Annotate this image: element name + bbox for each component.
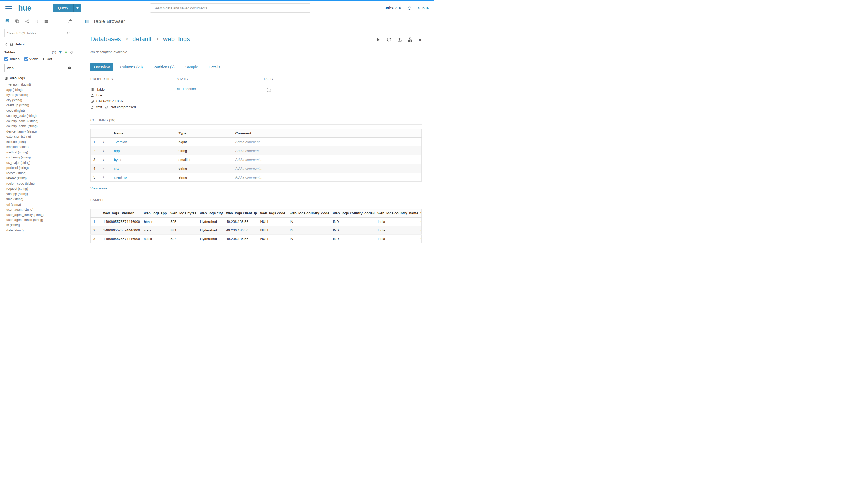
- tab[interactable]: Overview: [90, 63, 113, 71]
- sample-table-header-cell[interactable]: web_logs.country_code: [287, 209, 330, 218]
- close-icon[interactable]: ×: [419, 37, 422, 42]
- sample-table-header-cell[interactable]: [91, 209, 101, 218]
- sample-table-header-cell[interactable]: web_logs.code: [258, 209, 287, 218]
- sample-table-header-cell[interactable]: web_logs._version_: [101, 209, 141, 218]
- view-more-link[interactable]: View more...: [90, 186, 110, 190]
- global-search-input[interactable]: [150, 3, 311, 13]
- column-list-item[interactable]: os_family (string): [6, 155, 74, 160]
- tab[interactable]: Partitions (2): [149, 63, 178, 71]
- columns-table-header-cell[interactable]: [101, 129, 111, 138]
- tab[interactable]: Sample: [182, 63, 202, 71]
- column-list-item[interactable]: region_code (bigint): [6, 181, 74, 187]
- current-database-name[interactable]: default: [15, 42, 26, 46]
- column-list-item[interactable]: time (string): [6, 197, 74, 202]
- table-list-item[interactable]: web_logs: [0, 74, 78, 81]
- zoom-icon[interactable]: [34, 19, 39, 24]
- jobs-link[interactable]: Jobs 2: [385, 6, 402, 10]
- sample-table-header-cell[interactable]: w: [418, 209, 422, 218]
- column-list-item[interactable]: date (string): [6, 228, 74, 233]
- hue-logo[interactable]: hue: [18, 4, 31, 13]
- sample-table-header-cell[interactable]: web_logs.bytes: [168, 209, 198, 218]
- info-icon[interactable]: i: [104, 157, 105, 162]
- upload-icon[interactable]: [397, 37, 402, 42]
- column-list-item[interactable]: id (string): [6, 223, 74, 228]
- sample-table-header-cell[interactable]: web_logs.city: [198, 209, 224, 218]
- column-comment[interactable]: Add a comment...: [233, 173, 422, 182]
- hamburger-menu-icon[interactable]: [5, 6, 12, 11]
- column-list-item[interactable]: method (string): [6, 150, 74, 155]
- column-list-item[interactable]: city (string): [6, 98, 74, 103]
- column-list-item[interactable]: user_agent (string): [6, 207, 74, 213]
- column-list-item[interactable]: url (string): [6, 202, 74, 207]
- sample-table-header-cell[interactable]: web_logs.country_code3: [330, 209, 375, 218]
- column-comment[interactable]: Add a comment...: [233, 155, 422, 164]
- info-icon[interactable]: i: [104, 175, 105, 179]
- column-name-link[interactable]: bytes: [114, 158, 122, 162]
- column-list-item[interactable]: longitude (float): [6, 144, 74, 150]
- breadcrumb-link[interactable]: web_logs: [163, 35, 190, 43]
- back-chevron-icon[interactable]: [4, 43, 8, 46]
- breadcrumb-link[interactable]: Databases: [90, 35, 121, 43]
- sample-table-header-cell[interactable]: web_logs.client_ip: [224, 209, 258, 218]
- table-description[interactable]: No description available: [90, 50, 422, 54]
- column-list-item[interactable]: country_code3 (string): [6, 119, 74, 124]
- column-list-item[interactable]: record (string): [6, 171, 74, 176]
- column-list-item[interactable]: app (string): [6, 88, 74, 93]
- column-list-item[interactable]: os_major (string): [6, 160, 74, 166]
- column-list-item[interactable]: request (string): [6, 186, 74, 191]
- tables-checkbox[interactable]: [4, 57, 8, 61]
- column-name-link[interactable]: city: [114, 167, 120, 170]
- share-icon[interactable]: [25, 19, 29, 24]
- column-list-item[interactable]: latitude (float): [6, 140, 74, 145]
- breadcrumb-link[interactable]: default: [132, 35, 152, 43]
- table-filter-input[interactable]: [4, 64, 74, 72]
- query-button[interactable]: Query: [53, 4, 74, 12]
- sql-databases-icon[interactable]: [5, 19, 10, 24]
- user-menu[interactable]: hue: [417, 6, 428, 10]
- column-list-item[interactable]: user_agent_major (string): [6, 218, 74, 223]
- column-list-item[interactable]: country_code (string): [6, 113, 74, 119]
- execute-play-icon[interactable]: [376, 37, 381, 42]
- basket-icon[interactable]: [68, 19, 73, 24]
- columns-table-header-cell[interactable]: Name: [111, 129, 176, 138]
- add-icon[interactable]: +: [65, 50, 67, 55]
- sitemap-icon[interactable]: [408, 37, 413, 42]
- column-name-link[interactable]: app: [114, 149, 120, 153]
- column-name-link[interactable]: client_ip: [114, 175, 127, 179]
- sample-table-header-cell[interactable]: web_logs.app: [141, 209, 168, 218]
- location-link[interactable]: Location: [183, 87, 196, 91]
- column-list-item[interactable]: device_family (string): [6, 129, 74, 135]
- sort-control[interactable]: Sort: [42, 57, 52, 61]
- column-list-item[interactable]: code (tinyint): [6, 108, 74, 113]
- tab[interactable]: Columns (29): [116, 63, 146, 71]
- column-comment[interactable]: Add a comment...: [233, 164, 422, 173]
- documents-icon[interactable]: [15, 19, 19, 24]
- table-search-input[interactable]: [4, 29, 64, 37]
- column-list-item[interactable]: _version_ (bigint): [6, 82, 74, 88]
- column-comment[interactable]: Add a comment...: [233, 146, 422, 155]
- history-icon[interactable]: [407, 6, 412, 11]
- tab[interactable]: Details: [205, 63, 224, 71]
- refresh-tables-icon[interactable]: [70, 50, 74, 54]
- column-list-item[interactable]: extension (string): [6, 134, 74, 140]
- columns-table-header-cell[interactable]: Type: [176, 129, 233, 138]
- info-icon[interactable]: i: [104, 140, 105, 144]
- refresh-icon[interactable]: [386, 37, 391, 42]
- sample-table-header-cell[interactable]: web_logs.country_name: [375, 209, 418, 218]
- info-icon[interactable]: i: [104, 149, 105, 153]
- clear-filter-icon[interactable]: [67, 66, 71, 70]
- column-list-item[interactable]: country_name (string): [6, 124, 74, 129]
- filter-funnel-icon[interactable]: [59, 50, 62, 54]
- column-list-item[interactable]: bytes (smallint): [6, 92, 74, 98]
- column-list-item[interactable]: user_agent_family (string): [6, 213, 74, 218]
- column-list-item[interactable]: referer (string): [6, 176, 74, 181]
- table-search-button[interactable]: [64, 29, 74, 37]
- info-icon[interactable]: i: [104, 166, 105, 170]
- column-list-item[interactable]: protocol (string): [6, 166, 74, 171]
- column-list-item[interactable]: client_ip (string): [6, 103, 74, 108]
- column-comment[interactable]: Add a comment...: [233, 138, 422, 146]
- query-dropdown-button[interactable]: [74, 4, 81, 12]
- columns-table-header-cell[interactable]: Comment: [233, 129, 422, 138]
- columns-table-header-cell[interactable]: [91, 129, 101, 138]
- apps-grid-icon[interactable]: [44, 19, 48, 24]
